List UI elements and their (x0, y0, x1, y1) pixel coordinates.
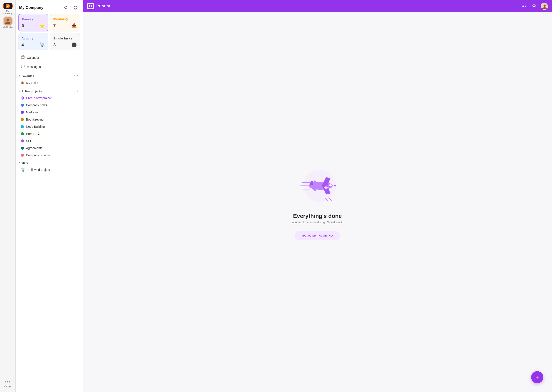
followed-projects-icon: 📡 (21, 167, 26, 172)
single-tasks-card[interactable]: Single tasks 3 ⚫ (50, 33, 80, 50)
sidebar-header-actions (62, 4, 79, 11)
calendar-label: Calendar (27, 56, 39, 59)
nova-building-dot-icon (21, 125, 24, 128)
more-section-header: ▾ More (16, 159, 83, 165)
activity-card-label: Activity (22, 36, 45, 40)
messages-nav-item[interactable]: Messages (17, 62, 81, 71)
svg-point-15 (90, 5, 91, 7)
active-projects-more-button[interactable]: ••• (73, 89, 79, 93)
goto-incoming-button[interactable]: GO TO MY INCOMING (295, 231, 340, 240)
more-chevron-icon: ▾ (19, 161, 20, 164)
incoming-inbox-icon: 📥 (72, 23, 77, 28)
topbar-logo (87, 3, 94, 9)
company-icon-label: My Company (2, 10, 14, 15)
project-item-seo[interactable]: SEO (17, 137, 81, 144)
followed-projects-label: Followed projects (28, 168, 51, 171)
company-news-dot-icon (21, 104, 24, 107)
svg-point-19 (544, 5, 546, 7)
favorites-title: ▾ Favorites (19, 74, 34, 78)
svg-point-12 (22, 82, 23, 83)
favorites-section-header: ▾ Favorites ••• (16, 71, 83, 79)
my-company-icon-item[interactable]: My Company (2, 3, 14, 15)
project-item-company-news[interactable]: Company news (17, 102, 81, 109)
priority-card-footer: 0 ⭐ (22, 23, 45, 28)
active-projects-section-header: ▾ Active projects ••• (16, 86, 83, 94)
my-tasks-item[interactable]: My tasks (17, 79, 81, 86)
priority-card[interactable]: Priority 0 ⭐ (18, 14, 48, 31)
incoming-card[interactable]: Incoming 7 📥 (50, 14, 80, 31)
bookkeeping-dot-icon (21, 118, 24, 121)
priority-star-icon: ⭐ (39, 23, 45, 28)
everything-done-heading: Everything's done (291, 213, 344, 219)
single-tasks-card-footer: 3 ⚫ (53, 42, 77, 48)
marketing-label: Marketing (26, 111, 39, 114)
svg-point-3 (7, 19, 9, 21)
priority-count: 0 (22, 23, 24, 28)
sidebar-search-button[interactable] (62, 4, 70, 11)
home-dot-icon (21, 132, 24, 135)
fab-plus-icon: + (536, 374, 539, 381)
manage-icon-item[interactable]: ••• Manage (2, 377, 14, 389)
svg-point-4 (65, 6, 67, 9)
airplane-illustration (296, 164, 339, 208)
topbar-more-button[interactable]: ••• (520, 3, 528, 10)
favorites-more-button[interactable]: ••• (73, 73, 79, 78)
activity-feed-icon: 📡 (40, 42, 45, 48)
sidebar-header: My Company (16, 0, 83, 14)
sidebar-settings-button[interactable] (72, 4, 79, 11)
messages-icon (21, 64, 25, 69)
project-item-home[interactable]: Home 🔒 (17, 130, 81, 137)
nova-building-label: Nova Building (26, 125, 45, 128)
company-reunion-label: Company reunion (26, 154, 50, 157)
create-project-item[interactable]: + Create new project (17, 95, 81, 101)
my-tasks-avatar-icon (21, 81, 24, 84)
topbar-title: Priority (96, 4, 517, 8)
my-nozbe-icon-item[interactable]: My Nozbe (2, 16, 14, 29)
sidebar-scroll-area: Priority 0 ⭐ Incoming 7 📥 Activity 4 (16, 14, 83, 392)
project-item-bookkeeping[interactable]: Bookkeeping (17, 116, 81, 123)
my-nozbe-label: My Nozbe (3, 26, 13, 29)
svg-point-26 (323, 186, 329, 189)
incoming-card-label: Incoming (53, 17, 77, 21)
my-tasks-label: My tasks (26, 81, 38, 84)
agreements-label: Agreements (26, 146, 42, 150)
single-tasks-icon: ⚫ (72, 42, 77, 48)
project-item-nova-building[interactable]: Nova Building (17, 123, 81, 130)
calendar-nav-item[interactable]: Calendar (17, 53, 81, 62)
svg-line-5 (67, 8, 68, 9)
calendar-icon (21, 55, 25, 60)
svg-point-25 (329, 184, 332, 187)
sidebar-company-name: My Company (19, 5, 43, 10)
followed-projects-item[interactable]: 📡 Followed projects (17, 165, 81, 174)
manage-dots-icon: ••• (5, 379, 10, 385)
create-project-label: Create new project (26, 96, 52, 100)
activity-card[interactable]: Activity 4 📡 (18, 33, 48, 50)
seo-label: SEO (26, 139, 33, 143)
bookkeeping-label: Bookkeeping (26, 118, 44, 121)
incoming-card-footer: 7 📥 (53, 23, 77, 28)
svg-rect-7 (21, 56, 24, 59)
everything-done-subtitle: You've done everything. Good work! (291, 220, 344, 224)
project-item-company-reunion[interactable]: Company reunion (17, 152, 81, 159)
active-projects-chevron-icon: ▾ (19, 90, 20, 93)
sidebar: My Company Priority 0 (16, 0, 83, 392)
single-tasks-card-label: Single tasks (53, 36, 77, 40)
topbar-search-button[interactable] (530, 3, 538, 10)
manage-label: Manage (4, 385, 12, 387)
seo-dot-icon (21, 140, 24, 142)
topbar-user-avatar[interactable] (541, 3, 548, 10)
incoming-count: 7 (53, 23, 56, 28)
messages-label: Messages (27, 65, 41, 69)
app-icon-bar: My Company My Nozbe ••• Manage (0, 0, 16, 392)
project-item-agreements[interactable]: Agreements (17, 145, 81, 152)
fab-create-button[interactable]: + (531, 371, 543, 383)
main-content: Everything's done You've done everything… (83, 12, 552, 392)
marketing-dot-icon (21, 111, 24, 114)
project-item-marketing[interactable]: Marketing (17, 109, 81, 116)
agreements-dot-icon (21, 147, 24, 150)
activity-card-footer: 4 📡 (22, 42, 45, 48)
user-avatar (3, 16, 13, 26)
priority-card-label: Priority (22, 17, 45, 21)
home-label: Home (26, 132, 34, 135)
main-area: Priority ••• (83, 0, 552, 392)
